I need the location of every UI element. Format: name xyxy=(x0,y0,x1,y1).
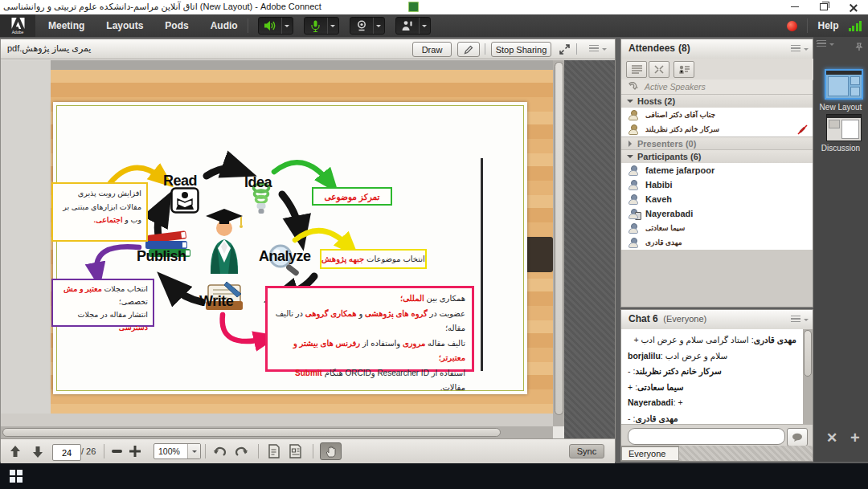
attendee-row[interactable]: Habibi xyxy=(621,177,813,193)
menu-layouts[interactable]: Layouts xyxy=(106,20,143,31)
adobe-logo: Adobe xyxy=(0,14,35,37)
raise-hand-dropdown[interactable] xyxy=(419,18,430,34)
label-read: Read xyxy=(163,173,197,189)
maximize-button[interactable] xyxy=(810,0,837,14)
pan-tool-button[interactable] xyxy=(320,442,342,460)
attendee-row[interactable]: Kaveh xyxy=(621,192,813,207)
layout-new-layout-thumbnail[interactable] xyxy=(825,69,863,100)
sync-button[interactable]: Sync xyxy=(569,444,604,458)
chat-scrollbar[interactable] xyxy=(803,329,813,424)
attendee-name: fateme jafarpoor xyxy=(645,165,714,175)
label-idea: Idea xyxy=(244,174,272,191)
menu-audio[interactable]: Audio xyxy=(211,20,238,31)
chat-message: سیما سعادتی:+ xyxy=(628,382,796,392)
attendee-row[interactable]: Nayerabadi xyxy=(621,206,813,222)
microphone-dropdown[interactable] xyxy=(327,18,338,34)
zoom-level-select[interactable]: 100% xyxy=(154,443,201,459)
pointer-tool-button[interactable] xyxy=(457,42,480,57)
attendee-row[interactable]: مهدی قادری xyxy=(621,235,813,251)
page-number-input[interactable] xyxy=(52,444,81,461)
participant-phone-icon xyxy=(628,209,638,219)
chat-message: Nayerabadi:+ xyxy=(628,397,796,407)
participants-section-header[interactable]: Participants (6) xyxy=(621,149,813,164)
layout-discussion-label[interactable]: Discussion xyxy=(813,144,868,153)
attendee-row-host-2[interactable]: سرکار خانم دکتر نظربلند xyxy=(621,122,813,137)
attendee-row[interactable]: fateme jafarpoor xyxy=(621,163,813,178)
delete-layout-button[interactable]: ✕ xyxy=(826,430,837,446)
attendees-header: Attendees(8) xyxy=(621,39,813,59)
pin-panel-icon[interactable] xyxy=(855,39,863,54)
attendee-list-view-button[interactable] xyxy=(626,61,647,78)
recording-indicator-icon xyxy=(787,21,797,31)
collaboration-box: همکاری بین المللی؛ عضویت در گروه های پژو… xyxy=(265,286,474,372)
zoom-out-button[interactable] xyxy=(112,439,122,463)
previous-page-button[interactable] xyxy=(9,439,22,463)
chat-message: borjalilu:سلام و عرض ادب xyxy=(628,351,796,361)
menu-items: Meeting Layouts Pods Audio xyxy=(48,20,238,31)
fullscreen-button[interactable] xyxy=(555,42,573,57)
share-pod: یمری یساز پژوهش.pdf Draw Stop Sharing xyxy=(0,39,616,462)
stop-sharing-button[interactable]: Stop Sharing xyxy=(491,42,551,57)
layout-new-layout-label[interactable]: New Layout xyxy=(813,103,868,112)
chat-message-list[interactable]: مهدی قادری:استاد گرامی سلام و عرض ادب + … xyxy=(621,329,803,424)
share-pod-menu-button[interactable] xyxy=(589,44,607,54)
host-icon xyxy=(628,110,638,120)
active-speakers-icon xyxy=(628,82,639,92)
speaker-dropdown[interactable] xyxy=(281,18,293,34)
next-page-button[interactable] xyxy=(31,439,44,463)
add-layout-button[interactable]: + xyxy=(850,429,860,447)
webcam-button[interactable] xyxy=(350,17,385,35)
connection-signal-icon xyxy=(849,21,862,31)
start-button[interactable] xyxy=(0,463,32,489)
horizontal-scrollbar[interactable] xyxy=(1,426,553,438)
webcam-dropdown[interactable] xyxy=(373,18,384,34)
fit-width-button[interactable] xyxy=(289,439,303,463)
chat-tab-everyone[interactable]: Everyone xyxy=(621,446,679,461)
topic-focus-box: تمرکز موضوعی xyxy=(312,187,392,206)
zoom-dropdown-icon[interactable] xyxy=(187,444,200,458)
breakout-view-button[interactable] xyxy=(649,61,669,78)
speech-bubble-icon xyxy=(792,433,803,442)
attendee-name: جناب آقای دکتر اصنافی xyxy=(645,111,715,119)
menu-bar: Adobe Meeting Layouts Pods Audio xyxy=(0,14,868,37)
microphone-button[interactable] xyxy=(304,17,339,35)
attendee-row[interactable]: سیما سعادتی xyxy=(621,221,813,236)
speaker-button[interactable] xyxy=(258,17,293,35)
layouts-menu-button[interactable] xyxy=(817,39,834,49)
fit-page-button[interactable] xyxy=(267,439,280,463)
chat-pod: Chat 6 (Everyone) مهدی قادری:استاد گرامی… xyxy=(620,309,813,462)
participant-icon xyxy=(628,223,638,234)
minimize-button[interactable] xyxy=(781,0,809,14)
label-publish: Publish xyxy=(137,248,186,265)
menu-pods[interactable]: Pods xyxy=(165,20,188,31)
zoom-in-button[interactable] xyxy=(129,439,141,463)
status-view-button[interactable] xyxy=(674,61,694,78)
vertical-scrollbar[interactable] xyxy=(553,60,564,426)
webcam-icon xyxy=(350,18,373,34)
redo-button[interactable] xyxy=(235,439,248,463)
attendees-pod: Attendees(8) Active Speakers Hosts (2) ج… xyxy=(620,39,813,308)
chat-input[interactable] xyxy=(628,428,785,445)
draw-button[interactable]: Draw xyxy=(412,42,452,57)
reading-person-icon xyxy=(170,187,199,217)
layouts-panel: New Layout Discussion ✕ + xyxy=(813,37,868,462)
chat-scope: (Everyone) xyxy=(663,314,706,324)
chat-pod-menu-button[interactable] xyxy=(791,315,809,324)
raise-hand-button[interactable] xyxy=(395,17,431,35)
chat-input-row xyxy=(621,424,813,446)
attendee-row-host-1[interactable]: جناب آقای دکتر اصنافی xyxy=(621,108,813,123)
chat-header: Chat 6 (Everyone) xyxy=(621,310,813,330)
windows-taskbar: 94°F ENG 8:59 PM 6/14/2022 2 xyxy=(0,463,868,489)
adobe-connect-window: اتاق آنلاین مراسم-دانشکده علوم تربیتی و … xyxy=(0,0,868,489)
undo-button[interactable] xyxy=(213,439,226,463)
send-message-button[interactable] xyxy=(787,428,808,446)
menu-help[interactable]: Help xyxy=(817,20,838,31)
attendees-pod-menu-button[interactable] xyxy=(791,44,809,54)
hosts-section-header[interactable]: Hosts (2) xyxy=(621,94,813,108)
layout-discussion-thumbnail[interactable] xyxy=(826,114,862,141)
speaker-icon xyxy=(259,18,281,34)
menu-meeting[interactable]: Meeting xyxy=(48,20,84,31)
close-button[interactable] xyxy=(839,0,866,14)
share-pod-empty-area xyxy=(564,60,615,438)
raise-hand-icon xyxy=(396,18,419,34)
